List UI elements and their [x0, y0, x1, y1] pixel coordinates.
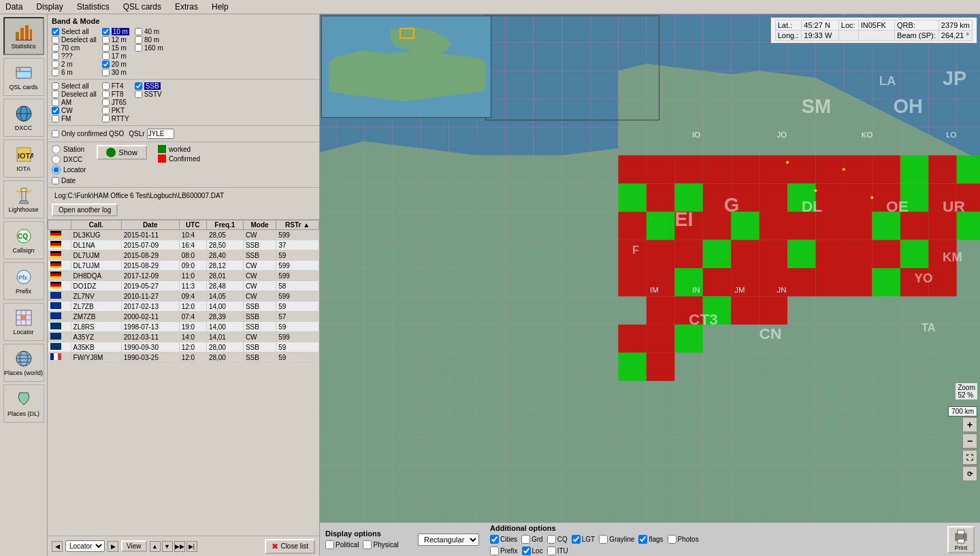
- show-button[interactable]: Show: [97, 145, 147, 160]
- sidebar-item-places-world[interactable]: Places (world): [3, 344, 44, 382]
- band-15m-cb[interactable]: [102, 44, 110, 52]
- map-type-select[interactable]: Rectangular Mercator Azimuthal: [418, 534, 479, 546]
- col-rst[interactable]: RSTr ▲: [276, 220, 319, 230]
- band-80m-cb[interactable]: [135, 36, 142, 44]
- zoom-full-btn[interactable]: ⛶: [962, 450, 977, 465]
- sidebar-item-qslcards[interactable]: QSL cards: [3, 58, 44, 96]
- scroll-left-btn[interactable]: ◀: [52, 541, 63, 552]
- political-cb[interactable]: [325, 540, 334, 549]
- table-row[interactable]: ZM7ZB 2000-02-11 07:4 28,39 SSB 57: [48, 312, 319, 322]
- mode-am-cb[interactable]: [52, 99, 59, 106]
- table-row[interactable]: DO1DZ 2019-05-27 11:3 28,48 CW 58: [48, 281, 319, 291]
- menu-qslcards[interactable]: QSL cards: [120, 1, 164, 12]
- col-mode[interactable]: Mode: [243, 220, 276, 230]
- physical-cb[interactable]: [363, 540, 372, 549]
- table-row[interactable]: ZL8RS 1998-07-13 19:0 14,00 SSB 59: [48, 322, 319, 332]
- radio-dxcc[interactable]: [52, 155, 61, 164]
- radio-station[interactable]: [52, 145, 61, 154]
- band-17m-cb[interactable]: [102, 52, 110, 60]
- menu-extras[interactable]: Extras: [172, 1, 201, 12]
- table-row[interactable]: A35KB 1990-09-30 12:0 28,00 SSB 59: [48, 342, 319, 353]
- itu-cb[interactable]: [547, 546, 556, 555]
- mode-ssb-cb[interactable]: [135, 82, 142, 90]
- scale-bar: 700 km: [948, 406, 977, 416]
- band-10m-cb[interactable]: [102, 28, 110, 35]
- mode-jt65-cb[interactable]: [102, 99, 110, 106]
- sidebar-item-lighthouse[interactable]: Lighthouse: [3, 180, 44, 218]
- print-button[interactable]: Print: [947, 526, 975, 553]
- band-2m-cb[interactable]: [52, 61, 59, 68]
- mode-deselect-all-cb[interactable]: [52, 91, 59, 98]
- zoom-in-btn[interactable]: +: [962, 417, 977, 432]
- table-row[interactable]: A35YZ 2012-03-11 14:0 14,01 CW 599: [48, 332, 319, 342]
- band-40m-cb[interactable]: [135, 28, 142, 35]
- menu-statistics[interactable]: Statistics: [74, 1, 112, 12]
- mode-pkt-cb[interactable]: [102, 107, 110, 114]
- band-30m-cb[interactable]: [102, 69, 110, 76]
- mode-ft4-cb[interactable]: [102, 82, 110, 90]
- loc-cb[interactable]: [522, 546, 531, 555]
- photos-cb[interactable]: [668, 535, 676, 544]
- band-160m-cb[interactable]: [135, 44, 142, 52]
- table-row[interactable]: DL3KUG 2015-01-11 10:4 28,05 CW 599: [48, 230, 319, 240]
- sidebar-item-statistics[interactable]: Statistics: [3, 17, 44, 55]
- sidebar-item-locator[interactable]: Locator: [3, 303, 44, 341]
- menu-display[interactable]: Display: [33, 1, 65, 12]
- cq-cb[interactable]: [547, 535, 556, 544]
- sidebar-item-dxcc[interactable]: DXCC: [3, 99, 44, 137]
- view-button[interactable]: View: [121, 540, 147, 552]
- col-utc[interactable]: UTC: [179, 220, 206, 230]
- grayline-cb[interactable]: [599, 535, 608, 544]
- band-70cm-cb[interactable]: [52, 44, 59, 52]
- qslr-input[interactable]: [147, 129, 174, 139]
- only-confirmed-cb[interactable]: [52, 130, 59, 137]
- sidebar-item-iota[interactable]: IOTA IOTA: [3, 140, 44, 178]
- grd-cb[interactable]: [521, 535, 530, 544]
- radio-locator[interactable]: [52, 165, 61, 174]
- table-row[interactable]: DH8DQA 2017-12-09 11:0 28,01 CW 599: [48, 271, 319, 281]
- col-freq[interactable]: Freq.1: [206, 220, 243, 230]
- flags-cb[interactable]: [638, 535, 647, 544]
- locator-select[interactable]: Locator: [65, 540, 105, 552]
- col-date[interactable]: Date: [121, 220, 179, 230]
- date-cb[interactable]: [52, 177, 59, 184]
- col-flag[interactable]: [48, 220, 71, 230]
- close-list-button[interactable]: ✖ Close list: [265, 539, 315, 554]
- menu-help[interactable]: Help: [209, 1, 231, 12]
- mode-select-all-cb[interactable]: [52, 82, 59, 90]
- sidebar-item-places-dl[interactable]: Places (DL): [3, 385, 44, 423]
- menu-data[interactable]: Data: [3, 1, 25, 12]
- scroll-right-btn[interactable]: ▶: [108, 541, 118, 552]
- band-unknown-cb[interactable]: [52, 52, 59, 60]
- band-deselect-all-cb[interactable]: [52, 36, 59, 44]
- cities-cb[interactable]: [490, 535, 499, 544]
- table-row[interactable]: ZL7ZB 2017-02-13 12:0 14,00 SSB 59: [48, 301, 319, 312]
- band-20m-cb[interactable]: [102, 61, 110, 68]
- table-row[interactable]: ZL7NV 2010-11-27 09:4 14,05 CW 599: [48, 291, 319, 301]
- band-12m-cb[interactable]: [102, 36, 110, 44]
- band-6m-cb[interactable]: [52, 69, 59, 76]
- mode-rtty-cb[interactable]: [102, 115, 110, 122]
- table-row[interactable]: DL7UJM 2015-08-29 08:0 28,40 SSB 59: [48, 250, 319, 261]
- mode-ft8-cb[interactable]: [102, 91, 110, 98]
- open-another-log-button[interactable]: Open another log: [52, 203, 118, 216]
- band-select-all-cb[interactable]: [52, 28, 59, 35]
- map-canvas[interactable]: IO JO KO LO IM IN JM JN SM OH LA JP EI G…: [320, 14, 980, 522]
- nav-up-btn[interactable]: ▲: [150, 541, 161, 552]
- compass-btn[interactable]: ⟳: [962, 466, 977, 481]
- col-call[interactable]: Call.: [71, 220, 121, 230]
- prefix-cb[interactable]: [490, 546, 499, 555]
- sidebar-item-callsign[interactable]: CQ Callsign: [3, 221, 44, 259]
- mode-sstv-cb[interactable]: [135, 91, 142, 98]
- table-row[interactable]: DL1NA 2015-07-09 16:4 28,50 SSB 37: [48, 240, 319, 250]
- table-row[interactable]: DL7UJM 2015-08-29 09:0 28,12 CW 599: [48, 261, 319, 271]
- lgt-cb[interactable]: [572, 535, 581, 544]
- mode-cw-cb[interactable]: [52, 107, 59, 114]
- zoom-out-btn[interactable]: −: [962, 434, 977, 448]
- sidebar-item-prefix[interactable]: Pfx Prefix: [3, 262, 44, 300]
- nav-next-btn[interactable]: ▶▶: [174, 541, 185, 552]
- mode-fm-cb[interactable]: [52, 115, 59, 122]
- nav-down-btn[interactable]: ▼: [162, 541, 173, 552]
- table-row[interactable]: FW/YJ8M 1990-03-25 12:0 28,00 SSB 59: [48, 353, 319, 363]
- nav-end-btn[interactable]: ▶|: [186, 541, 197, 552]
